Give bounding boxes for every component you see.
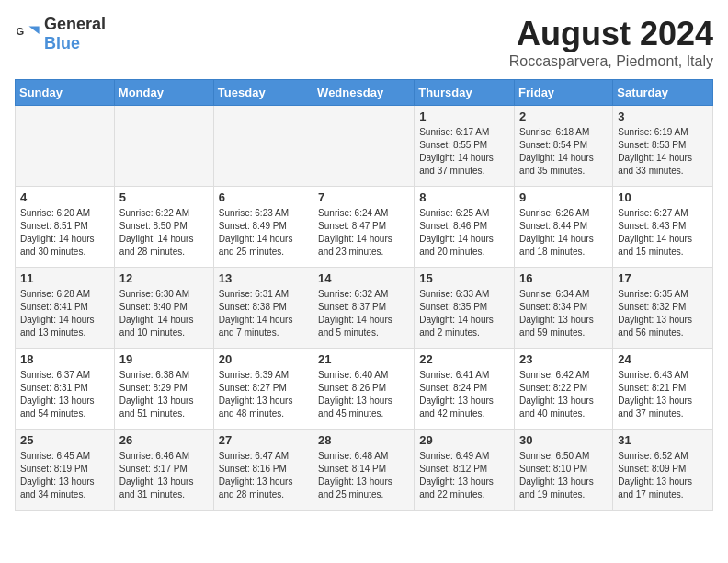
calendar-cell-week3-day4: 15Sunrise: 6:33 AM Sunset: 8:35 PM Dayli… [415,268,515,349]
calendar-week-3: 11Sunrise: 6:28 AM Sunset: 8:41 PM Dayli… [16,268,713,349]
title-area: August 2024 Roccasparvera, Piedmont, Ita… [509,15,713,70]
day-number: 24 [618,352,708,366]
day-number: 8 [419,190,509,204]
calendar-cell-week4-day5: 23Sunrise: 6:42 AM Sunset: 8:22 PM Dayli… [515,349,613,430]
calendar-cell-week3-day5: 16Sunrise: 6:34 AM Sunset: 8:34 PM Dayli… [515,268,613,349]
calendar-header: SundayMondayTuesdayWednesdayThursdayFrid… [16,80,713,106]
day-number: 17 [618,271,708,285]
calendar-week-1: 1Sunrise: 6:17 AM Sunset: 8:55 PM Daylig… [16,106,713,187]
weekday-header-monday: Monday [114,80,213,106]
day-number: 9 [519,190,608,204]
calendar-cell-week5-day0: 25Sunrise: 6:45 AM Sunset: 8:19 PM Dayli… [16,430,115,511]
day-info: Sunrise: 6:25 AM Sunset: 8:46 PM Dayligh… [419,207,509,259]
day-number: 4 [20,190,109,204]
day-info: Sunrise: 6:32 AM Sunset: 8:37 PM Dayligh… [318,288,409,339]
day-number: 15 [419,271,509,285]
calendar-cell-week2-day3: 7Sunrise: 6:24 AM Sunset: 8:47 PM Daylig… [313,187,415,268]
weekday-header-thursday: Thursday [415,80,515,106]
day-number: 31 [618,433,708,447]
day-number: 12 [119,271,209,285]
weekday-header-friday: Friday [515,80,613,106]
calendar-cell-week5-day4: 29Sunrise: 6:49 AM Sunset: 8:12 PM Dayli… [415,430,515,511]
day-number: 6 [219,190,308,204]
day-info: Sunrise: 6:30 AM Sunset: 8:40 PM Dayligh… [119,288,209,339]
weekday-header-saturday: Saturday [613,80,713,106]
day-number: 23 [519,352,608,366]
calendar-cell-week4-day4: 22Sunrise: 6:41 AM Sunset: 8:24 PM Dayli… [415,349,515,430]
day-info: Sunrise: 6:45 AM Sunset: 8:19 PM Dayligh… [20,450,109,501]
calendar-cell-week2-day6: 10Sunrise: 6:27 AM Sunset: 8:43 PM Dayli… [613,187,713,268]
weekday-header-row: SundayMondayTuesdayWednesdayThursdayFrid… [16,80,713,106]
day-info: Sunrise: 6:47 AM Sunset: 8:16 PM Dayligh… [219,450,308,501]
calendar-cell-week1-day4: 1Sunrise: 6:17 AM Sunset: 8:55 PM Daylig… [415,106,515,187]
day-number: 27 [219,433,308,447]
calendar-cell-week1-day1 [114,106,213,187]
day-info: Sunrise: 6:49 AM Sunset: 8:12 PM Dayligh… [419,450,509,501]
day-info: Sunrise: 6:17 AM Sunset: 8:55 PM Dayligh… [419,126,509,178]
svg-marker-1 [28,27,39,34]
day-info: Sunrise: 6:52 AM Sunset: 8:09 PM Dayligh… [618,450,708,501]
calendar-cell-week1-day5: 2Sunrise: 6:18 AM Sunset: 8:54 PM Daylig… [515,106,613,187]
day-number: 3 [618,109,708,123]
day-info: Sunrise: 6:42 AM Sunset: 8:22 PM Dayligh… [519,369,608,420]
calendar-cell-week5-day3: 28Sunrise: 6:48 AM Sunset: 8:14 PM Dayli… [313,430,415,511]
weekday-header-sunday: Sunday [16,80,115,106]
calendar-body: 1Sunrise: 6:17 AM Sunset: 8:55 PM Daylig… [16,106,713,511]
day-number: 20 [219,352,308,366]
calendar-cell-week4-day3: 21Sunrise: 6:40 AM Sunset: 8:26 PM Dayli… [313,349,415,430]
logo: G General Blue [15,15,106,53]
logo-blue: Blue [44,34,80,52]
day-number: 13 [219,271,308,285]
calendar-cell-week3-day3: 14Sunrise: 6:32 AM Sunset: 8:37 PM Dayli… [313,268,415,349]
weekday-header-tuesday: Tuesday [213,80,313,106]
calendar-cell-week5-day6: 31Sunrise: 6:52 AM Sunset: 8:09 PM Dayli… [613,430,713,511]
day-info: Sunrise: 6:27 AM Sunset: 8:43 PM Dayligh… [618,207,708,259]
logo-icon: G [15,21,40,47]
day-info: Sunrise: 6:46 AM Sunset: 8:17 PM Dayligh… [119,450,209,501]
day-number: 2 [519,109,608,123]
day-info: Sunrise: 6:24 AM Sunset: 8:47 PM Dayligh… [318,207,409,259]
svg-text:G: G [16,26,24,37]
weekday-header-wednesday: Wednesday [313,80,415,106]
calendar-week-4: 18Sunrise: 6:37 AM Sunset: 8:31 PM Dayli… [16,349,713,430]
day-number: 5 [119,190,209,204]
day-info: Sunrise: 6:35 AM Sunset: 8:32 PM Dayligh… [618,288,708,339]
day-number: 21 [318,352,409,366]
day-number: 22 [419,352,509,366]
day-number: 1 [419,109,509,123]
calendar-cell-week4-day6: 24Sunrise: 6:43 AM Sunset: 8:21 PM Dayli… [613,349,713,430]
day-number: 11 [20,271,109,285]
calendar-week-5: 25Sunrise: 6:45 AM Sunset: 8:19 PM Dayli… [16,430,713,511]
day-info: Sunrise: 6:37 AM Sunset: 8:31 PM Dayligh… [20,369,109,420]
day-info: Sunrise: 6:22 AM Sunset: 8:50 PM Dayligh… [119,207,209,259]
day-info: Sunrise: 6:28 AM Sunset: 8:41 PM Dayligh… [20,288,109,339]
day-number: 30 [519,433,608,447]
calendar-cell-week2-day1: 5Sunrise: 6:22 AM Sunset: 8:50 PM Daylig… [114,187,213,268]
day-info: Sunrise: 6:38 AM Sunset: 8:29 PM Dayligh… [119,369,209,420]
location-title: Roccasparvera, Piedmont, Italy [509,53,713,70]
calendar-cell-week1-day0 [16,106,115,187]
calendar-cell-week3-day6: 17Sunrise: 6:35 AM Sunset: 8:32 PM Dayli… [613,268,713,349]
day-info: Sunrise: 6:26 AM Sunset: 8:44 PM Dayligh… [519,207,608,259]
day-info: Sunrise: 6:19 AM Sunset: 8:53 PM Dayligh… [618,126,708,178]
day-info: Sunrise: 6:40 AM Sunset: 8:26 PM Dayligh… [318,369,409,420]
day-info: Sunrise: 6:48 AM Sunset: 8:14 PM Dayligh… [318,450,409,501]
day-number: 10 [618,190,708,204]
calendar-week-2: 4Sunrise: 6:20 AM Sunset: 8:51 PM Daylig… [16,187,713,268]
day-number: 14 [318,271,409,285]
calendar-cell-week5-day5: 30Sunrise: 6:50 AM Sunset: 8:10 PM Dayli… [515,430,613,511]
day-info: Sunrise: 6:34 AM Sunset: 8:34 PM Dayligh… [519,288,608,339]
day-number: 28 [318,433,409,447]
calendar-cell-week3-day0: 11Sunrise: 6:28 AM Sunset: 8:41 PM Dayli… [16,268,115,349]
calendar-cell-week1-day3 [313,106,415,187]
day-number: 29 [419,433,509,447]
day-info: Sunrise: 6:33 AM Sunset: 8:35 PM Dayligh… [419,288,509,339]
calendar-cell-week4-day2: 20Sunrise: 6:39 AM Sunset: 8:27 PM Dayli… [213,349,313,430]
calendar-cell-week1-day6: 3Sunrise: 6:19 AM Sunset: 8:53 PM Daylig… [613,106,713,187]
calendar-cell-week5-day1: 26Sunrise: 6:46 AM Sunset: 8:17 PM Dayli… [114,430,213,511]
calendar-cell-week2-day2: 6Sunrise: 6:23 AM Sunset: 8:49 PM Daylig… [213,187,313,268]
day-info: Sunrise: 6:23 AM Sunset: 8:49 PM Dayligh… [219,207,308,259]
logo-general: General [44,15,106,33]
calendar-cell-week3-day1: 12Sunrise: 6:30 AM Sunset: 8:40 PM Dayli… [114,268,213,349]
day-number: 26 [119,433,209,447]
